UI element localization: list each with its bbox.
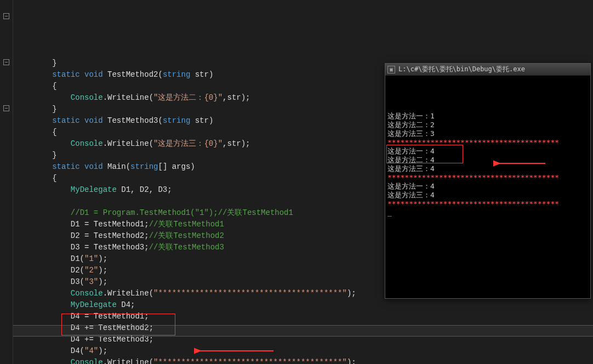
console-line: **************************************** [387,138,588,147]
code-line[interactable]: D4 += TestMethod3; [15,334,593,345]
console-app-icon: ▣ [387,66,395,73]
fold-icon[interactable] [3,105,9,111]
console-window[interactable]: ▣ L:\c#\委托\委托\bin\Debug\委托.exe 这是方法一：1这是… [385,63,591,299]
console-line: 这是方法三：3 [387,129,588,138]
fold-icon[interactable] [3,59,9,65]
annotation-arrow [467,149,548,180]
console-line: 这是方法一：1 [387,112,588,121]
console-output: 这是方法一：1这是方法二：2这是方法三：3*******************… [385,76,590,218]
fold-icon[interactable] [3,13,9,19]
code-line[interactable]: Console.WriteLine("*********************… [15,357,593,364]
console-title: L:\c#\委托\委托\bin\Debug\委托.exe [398,65,525,74]
code-line[interactable]: MyDelegate D4; [15,299,593,311]
console-line: 这是方法一：4 [387,182,588,191]
code-line[interactable]: D4 += TestMethod2; [15,322,593,334]
console-line: 这是方法三：4 [387,191,588,200]
code-line[interactable]: D4("4"); [15,345,593,357]
console-line: _ [387,208,588,217]
console-line: **************************************** [387,200,588,208]
code-line[interactable]: D4 = TestMethod1; [15,311,593,322]
console-titlebar[interactable]: ▣ L:\c#\委托\委托\bin\Debug\委托.exe [385,64,590,76]
editor-gutter [0,0,13,364]
console-line: 这是方法二：2 [387,121,588,129]
